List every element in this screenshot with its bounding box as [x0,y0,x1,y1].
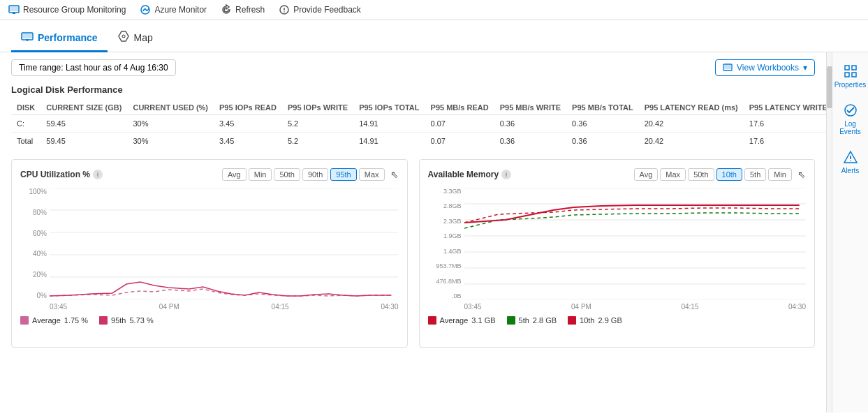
table-cell: 3.45 [214,115,282,133]
cpu-chart-area: 100% 80% 60% 40% 20% 0% [20,188,399,302]
cpu-btn-max[interactable]: Max [359,168,385,181]
nav-feedback-label: Provide Feedback [293,5,361,15]
memory-chart-controls: Avg Max 50th 10th 5th Min ⇖ [634,168,806,181]
mem-legend-5th-color [507,316,515,325]
mem-legend-10th-color [568,316,576,325]
cpu-legend: Average 1.75 % 95th 5.73 % [20,316,399,325]
scroll-track[interactable] [826,52,832,413]
scroll-thumb[interactable] [827,66,832,108]
tab-performance[interactable]: Performance [11,24,108,52]
cpu-legend-avg-color [20,316,29,325]
mem-btn-5th[interactable]: 5th [744,168,766,181]
toolbar: Time range: Last hour as of 4 Aug 16:30 … [11,59,815,76]
memory-chart-title-area: Available Memory i [428,170,512,179]
nav-azure-monitor[interactable]: Azure Monitor [140,4,207,15]
svg-rect-29 [845,66,849,70]
cpu-legend-avg-label: Average [32,316,61,325]
cpu-info-icon[interactable]: i [93,170,103,179]
memory-chart-card: Available Memory i Avg Max 50th 10th 5th… [419,159,816,348]
memory-y-axis: 3.3GB 2.8GB 2.3GB 1.9GB 1.4GB 953.7MB 47… [428,188,464,299]
view-workbooks-label: View Workbooks [737,63,799,73]
cpu-chart-header: CPU Utilization % i Avg Min 50th 90th 95… [20,168,399,181]
performance-tab-icon [21,30,34,45]
sidebar-alerts[interactable]: Alerts [834,144,867,180]
nav-refresh[interactable]: Refresh [221,4,265,15]
cpu-btn-50th[interactable]: 50th [274,168,300,181]
mem-legend-avg-label: Average [440,316,469,325]
table-cell: 30% [127,115,214,133]
charts-row: CPU Utilization % i Avg Min 50th 90th 95… [11,159,815,348]
cpu-chart-controls: Avg Min 50th 90th 95th Max ⇖ [222,168,399,181]
sidebar-log-events[interactable]: Log Events [834,97,867,141]
memory-svg [464,188,807,299]
col-iops-total: P95 IOPs TOTAL [353,101,425,115]
memory-chart-area: 3.3GB 2.8GB 2.3GB 1.9GB 1.4GB 953.7MB 47… [428,188,807,302]
table-cell: 59.45 [41,115,127,133]
right-sidebar: Properties Log Events Alerts [832,52,868,413]
col-iops-write: P95 IOPs WRITE [282,101,353,115]
tab-performance-label: Performance [38,32,98,43]
table-row: C:59.4530%3.455.214.910.070.360.3620.421… [11,115,826,133]
table-cell: 0.07 [425,133,494,150]
col-used: CURRENT USED (%) [127,101,214,115]
cpu-x-axis: 03:45 04 PM 04:15 04:30 [20,303,399,311]
mem-legend-10th-label: 10th [580,316,594,325]
tab-map[interactable]: Map [108,24,163,52]
disk-section: Logical Disk Performance DISK CURRENT SI… [11,84,815,149]
mem-btn-min[interactable]: Min [768,168,792,181]
refresh-icon [221,4,232,15]
table-header-row: DISK CURRENT SIZE (GB) CURRENT USED (%) … [11,101,826,115]
mem-legend-avg: Average 3.1 GB [428,316,496,325]
table-cell: 5.2 [282,115,353,133]
table-cell: C: [11,115,41,133]
cpu-pin-icon[interactable]: ⇖ [390,169,399,180]
mem-btn-10th[interactable]: 10th [716,168,742,181]
alerts-label: Alerts [841,167,860,174]
cpu-btn-90th[interactable]: 90th [302,168,328,181]
table-cell: 59.45 [41,133,127,150]
memory-chart-buttons: Avg Max 50th 10th 5th Min [634,168,792,181]
alerts-icon [843,149,858,165]
properties-label: Properties [834,81,867,89]
cpu-chart-buttons: Avg Min 50th 90th 95th Max [222,168,385,181]
disk-section-title: Logical Disk Performance [11,84,815,95]
nav-feedback[interactable]: Provide Feedback [279,4,361,15]
azure-monitor-icon [140,4,151,15]
table-cell: 20.42 [639,133,744,150]
time-range-button[interactable]: Time range: Last hour as of 4 Aug 16:30 [11,59,176,76]
table-cell: 0.36 [494,115,566,133]
mem-btn-avg[interactable]: Avg [634,168,659,181]
col-mb-read: P95 MB/s READ [425,101,494,115]
svg-rect-32 [852,73,856,77]
mem-btn-50th[interactable]: 50th [688,168,714,181]
view-workbooks-button[interactable]: View Workbooks ▾ [715,59,815,76]
cpu-btn-min[interactable]: Min [249,168,272,181]
cpu-chart-plot [50,188,399,302]
memory-info-icon[interactable]: i [501,170,511,179]
mem-btn-max[interactable]: Max [660,168,686,181]
svg-rect-2 [13,13,15,14]
cpu-legend-avg: Average 1.75 % [20,316,88,325]
nav-resource-group[interactable]: Resource Group Monitoring [8,4,126,15]
memory-pin-icon[interactable]: ⇖ [797,169,806,180]
workbooks-icon [723,63,733,73]
memory-x-axis: 03:45 04 PM 04:15 04:30 [428,303,807,311]
mem-legend-5th: 5th 2.8 GB [507,316,557,325]
nav-resource-group-label: Resource Group Monitoring [23,5,126,15]
table-cell: 0.07 [425,115,494,133]
cpu-btn-95th[interactable]: 95th [330,168,356,181]
top-nav: Resource Group Monitoring Azure Monitor … [0,0,868,20]
svg-rect-31 [845,73,849,77]
table-cell: 17.6 [744,115,826,133]
cpu-chart-title: CPU Utilization % [20,170,90,179]
svg-rect-14 [724,65,731,69]
table-cell: 5.2 [282,133,353,150]
table-cell: 30% [127,133,214,150]
sidebar-properties[interactable]: Properties [834,58,867,94]
mem-legend-avg-color [428,316,436,325]
cpu-legend-avg-value: 1.75 % [64,316,88,325]
col-mb-write: P95 MB/s WRITE [494,101,566,115]
cpu-btn-avg[interactable]: Avg [222,168,247,181]
mem-legend-10th-value: 2.9 GB [598,316,622,325]
cpu-chart-title-area: CPU Utilization % i [20,170,103,179]
